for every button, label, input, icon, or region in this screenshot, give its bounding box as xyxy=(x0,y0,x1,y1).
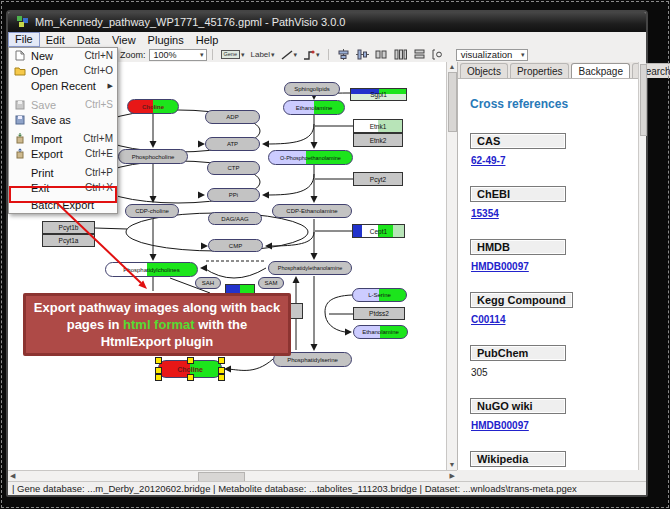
node-label: Choline xyxy=(177,366,203,373)
connector-tool-button[interactable]: ▾ xyxy=(300,48,323,61)
common-width-button[interactable] xyxy=(391,48,410,61)
node-sah[interactable]: SAH xyxy=(195,277,221,289)
panel-scrollbar[interactable] xyxy=(638,62,646,470)
menu-data[interactable]: Data xyxy=(71,33,106,47)
visualization-value: visualization xyxy=(461,49,513,60)
canvas-horizontal-scrollbar[interactable]: ◀ ▶ xyxy=(8,470,457,481)
node-atp[interactable]: ATP xyxy=(205,137,260,151)
node-ppi[interactable]: PPi xyxy=(207,188,260,202)
menu-item-print[interactable]: Print Ctrl+P xyxy=(9,165,117,180)
menu-help[interactable]: Help xyxy=(190,33,225,47)
callout-highlight: html format xyxy=(123,317,195,332)
node-sgpl1[interactable]: Sgpl1 xyxy=(350,88,407,101)
node-pcyt1b[interactable]: Pcyt1b xyxy=(42,221,95,234)
xref-link[interactable]: HMDB00097 xyxy=(471,420,529,431)
node-dag-aag[interactable]: DAG/AAG xyxy=(208,212,262,225)
node-cept1[interactable]: Cept1 xyxy=(352,224,405,238)
scroll-right-arrow[interactable]: ▶ xyxy=(450,472,455,480)
node-etnk1[interactable]: Etnk1 xyxy=(353,119,403,133)
node-o-phosphoethanolamine[interactable]: O-Phosphoethanolamine xyxy=(268,150,353,165)
scroll-up-arrow[interactable]: ▲ xyxy=(447,62,457,72)
gene-product-tool-button[interactable]: Gene ▾ xyxy=(218,48,248,61)
node-l-serine[interactable]: L-Serine xyxy=(352,288,407,302)
common-width-icon xyxy=(394,49,407,60)
node-adp[interactable]: ADP xyxy=(205,110,260,124)
label-tool-button[interactable]: Label ▾ xyxy=(248,48,278,61)
menu-item-open-recent[interactable]: Open Recent ▶ xyxy=(9,78,117,93)
selection-handle[interactable] xyxy=(155,374,162,381)
node-phosphatidylethanolamine[interactable]: Phosphatidylethanolamine xyxy=(268,261,352,275)
stack-vertical-button[interactable] xyxy=(410,48,429,61)
node-choline[interactable]: Choline xyxy=(127,99,179,114)
selection-handle[interactable] xyxy=(218,367,225,374)
node-label: DAG/AAG xyxy=(221,216,248,222)
status-text: | Gene database: ...m_Derby_20120602.bri… xyxy=(12,483,577,494)
xref-section-hmdb: HMDB HMDB00097 xyxy=(470,237,626,281)
node-ctp[interactable]: CTP xyxy=(207,161,260,175)
line-tool-button[interactable]: ▾ xyxy=(278,48,301,61)
selection-handle[interactable] xyxy=(187,357,194,364)
scrollbar-thumb[interactable] xyxy=(448,72,457,132)
node-sam[interactable]: SAM xyxy=(258,277,284,289)
tab-properties[interactable]: Properties xyxy=(510,63,570,78)
node-label: O-Phosphoethanolamine xyxy=(280,155,341,161)
menu-file[interactable]: File xyxy=(8,32,40,47)
import-icon xyxy=(13,133,27,144)
menu-plugins[interactable]: Plugins xyxy=(142,33,190,47)
menu-item-import[interactable]: Import Ctrl+M xyxy=(9,131,117,146)
align-vertical-center-icon xyxy=(337,49,350,60)
chevron-down-icon[interactable]: ▾ xyxy=(200,51,204,58)
xref-link[interactable]: HMDB00097 xyxy=(471,261,529,272)
xref-header: CAS xyxy=(470,133,566,149)
node-label: CTP xyxy=(228,165,240,171)
node-phosphatidylcholines[interactable]: Phosphatidylcholines xyxy=(105,262,198,277)
menu-item-save[interactable]: Save Ctrl+S xyxy=(9,97,117,112)
chevron-down-icon[interactable]: ▾ xyxy=(521,51,525,58)
menu-view[interactable]: View xyxy=(106,33,142,47)
scroll-down-arrow[interactable]: ▼ xyxy=(447,460,457,470)
align-horizontal-center-button[interactable] xyxy=(353,48,372,61)
selection-handle[interactable] xyxy=(218,374,225,381)
menu-item-export[interactable]: Export Ctrl+E xyxy=(9,146,117,161)
stack-horizontal-button[interactable] xyxy=(429,48,448,61)
node-etnk2[interactable]: Etnk2 xyxy=(353,133,403,147)
menu-edit[interactable]: Edit xyxy=(40,33,71,47)
node-cdp-choline[interactable]: CDP-choline xyxy=(125,204,179,218)
stack-icon xyxy=(413,49,426,60)
node-ethanolamine[interactable]: Ethanolamine xyxy=(283,100,345,115)
scrollbar-thumb[interactable] xyxy=(640,64,647,136)
canvas-vertical-scrollbar[interactable]: ▲ ▼ xyxy=(446,62,457,470)
node-pcyt1a[interactable]: Pcyt1a xyxy=(42,234,95,247)
selection-handle[interactable] xyxy=(218,357,225,364)
window-title: Mm_Kennedy_pathway_WP1771_45176.gpml - P… xyxy=(35,16,345,28)
xref-section-kegg: Kegg Compound C00114 xyxy=(470,290,626,334)
node-ptdss2[interactable]: Ptdss2 xyxy=(353,307,405,320)
tab-backpage[interactable]: Backpage xyxy=(571,63,629,78)
selection-handle[interactable] xyxy=(155,367,162,374)
xref-link[interactable]: 15354 xyxy=(471,208,499,219)
xref-link[interactable]: 62-49-7 xyxy=(471,155,505,166)
xref-link[interactable]: C00114 xyxy=(471,314,505,325)
selection-handle[interactable] xyxy=(187,374,194,381)
zoom-combobox[interactable]: 100% ▾ xyxy=(149,49,207,61)
selection-handle[interactable] xyxy=(155,357,162,364)
tab-objects[interactable]: Objects xyxy=(460,63,508,78)
scroll-left-arrow[interactable]: ◀ xyxy=(10,472,15,480)
title-bar[interactable]: Mm_Kennedy_pathway_WP1771_45176.gpml - P… xyxy=(8,12,646,32)
node-cdp-ethanolamine[interactable]: CDP-Ethanolamine xyxy=(272,204,352,218)
node-cmp[interactable]: CMP xyxy=(208,239,263,252)
node-pcyt2[interactable]: Pcyt2 xyxy=(353,172,403,186)
cross-references-heading: Cross references xyxy=(470,97,626,111)
node-sphingolipids[interactable]: Sphingolipids xyxy=(284,82,340,96)
submenu-arrow-icon: ▶ xyxy=(108,82,113,90)
common-height-button[interactable] xyxy=(372,48,391,61)
node-label: Choline xyxy=(142,104,164,110)
visualization-combobox[interactable]: visualization ▾ xyxy=(456,49,528,61)
menu-item-open[interactable]: Open Ctrl+O xyxy=(9,63,117,78)
node-ethanolamine-lower[interactable]: Ethanolamine xyxy=(353,325,408,339)
menu-item-save-as[interactable]: Save as xyxy=(9,112,117,127)
menu-item-new[interactable]: New Ctrl+N xyxy=(9,48,117,63)
align-vertical-center-button[interactable] xyxy=(334,48,353,61)
node-choline-selected[interactable]: Choline xyxy=(158,360,222,378)
node-phosphocholine[interactable]: Phosphocholine xyxy=(118,149,188,164)
